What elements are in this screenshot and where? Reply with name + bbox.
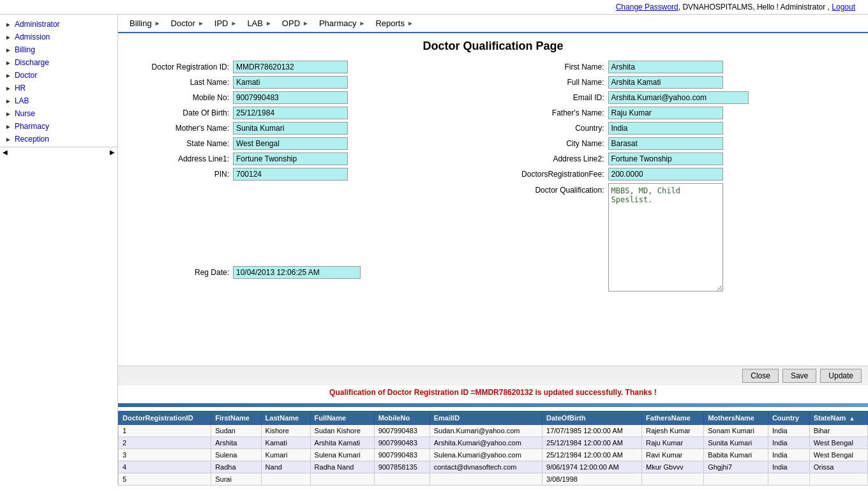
doctors-table: DoctorRegistrationID FirstName LastName …	[118, 411, 868, 486]
mobile-no-row: Mobile No:	[131, 91, 481, 104]
email-row: Email ID:	[506, 91, 856, 104]
address2-input[interactable]	[608, 152, 723, 165]
divider-bar	[118, 403, 868, 407]
dob-row: Date Of Birth:	[131, 107, 481, 119]
action-bar: Close Save Update	[118, 366, 868, 385]
col-header-fullname[interactable]: FullName	[310, 412, 374, 425]
reg-fee-row: DoctorsRegistrationFee:	[506, 168, 856, 181]
nav-reports[interactable]: Reports ►	[370, 17, 418, 29]
fathers-name-input[interactable]	[608, 107, 723, 119]
sidebar-arrow-billing: ►	[5, 47, 11, 54]
reg-fee-label: DoctorsRegistrationFee:	[506, 170, 608, 179]
col-header-state[interactable]: StateNam ▲	[809, 412, 867, 425]
pin-input[interactable]	[233, 168, 348, 181]
qualification-textarea[interactable]: MBBS, MD, Child Speslist.	[608, 183, 723, 292]
sort-state-arrow: ▲	[849, 415, 855, 422]
doctor-reg-id-input[interactable]	[233, 61, 348, 73]
col-header-mothers[interactable]: MothersName	[704, 412, 768, 425]
dob-label: Date Of Birth:	[131, 108, 233, 117]
full-name-input[interactable]	[608, 76, 723, 89]
state-name-label: State Name:	[131, 139, 233, 148]
sidebar-item-hr[interactable]: ► HR	[0, 82, 117, 94]
address2-label: Address Line2:	[506, 154, 608, 163]
top-bar: Change Password, DVNAHOSPITALMS, Hello !…	[0, 0, 868, 15]
sidebar-item-discharge[interactable]: ► Discharge	[0, 56, 117, 69]
address2-row: Address Line2:	[506, 152, 856, 165]
nav-pharmacy-arrow: ►	[359, 20, 365, 27]
table-row[interactable]: 2ArshitaKamatiArshita Kamati9007990483Ar…	[119, 437, 868, 449]
email-input[interactable]	[608, 91, 749, 104]
reg-fee-input[interactable]	[608, 168, 723, 181]
mobile-no-input[interactable]	[233, 91, 348, 104]
col-header-dob[interactable]: DateOfBirth	[542, 412, 642, 425]
city-name-row: City Name:	[506, 137, 856, 150]
sidebar-scroll-left[interactable]: ◀	[3, 149, 8, 156]
update-button[interactable]: Update	[820, 369, 862, 383]
first-name-row: First Name:	[506, 61, 856, 73]
nav-opd-arrow: ►	[303, 20, 309, 27]
nav-pharmacy[interactable]: Pharmacy ►	[314, 17, 370, 29]
doctor-reg-id-row: Doctor Registration ID:	[131, 61, 481, 73]
col-header-fathers[interactable]: FathersName	[642, 412, 704, 425]
col-header-country[interactable]: Country	[768, 412, 809, 425]
country-label: Country:	[506, 124, 608, 133]
col-header-email[interactable]: EmailID	[430, 412, 542, 425]
table-header: DoctorRegistrationID FirstName LastName …	[119, 412, 868, 425]
sidebar-item-reception[interactable]: ► Reception	[0, 133, 117, 145]
table-body: 1SudanKishoreSudan Kishore9007990483Suda…	[119, 425, 868, 486]
logout-link[interactable]: Logout	[832, 3, 855, 11]
country-input[interactable]	[608, 122, 723, 135]
sidebar-item-lab[interactable]: ► LAB	[0, 94, 117, 107]
mothers-name-label: Mother's Name:	[131, 124, 233, 133]
mobile-no-label: Mobile No:	[131, 93, 233, 102]
sidebar-item-nurse[interactable]: ► Nurse	[0, 107, 117, 120]
table-row[interactable]: 1SudanKishoreSudan Kishore9007990483Suda…	[119, 425, 868, 437]
table-row[interactable]: 4RadhaNandRadha Nand9007858135contact@dv…	[119, 461, 868, 473]
last-name-input[interactable]	[233, 76, 348, 89]
table-row[interactable]: 3SulenaKumariSulena Kumari9007990483Sule…	[119, 449, 868, 461]
nav-doctor[interactable]: Doctor ►	[166, 17, 209, 29]
change-password-link[interactable]: Change Password	[616, 3, 678, 11]
sidebar-arrow-lab: ►	[5, 98, 11, 105]
close-button[interactable]: Close	[742, 369, 779, 383]
col-header-mobile[interactable]: MobileNo	[374, 412, 430, 425]
address1-row: Address Line1:	[131, 152, 481, 165]
mothers-name-input[interactable]	[233, 122, 348, 135]
col-header-id[interactable]: DoctorRegistrationID	[119, 412, 211, 425]
last-name-row: Last Name:	[131, 76, 481, 89]
nav-opd[interactable]: OPD ►	[277, 17, 314, 29]
country-row: Country:	[506, 122, 856, 135]
sidebar-item-pharmacy[interactable]: ► Pharmacy	[0, 120, 117, 133]
sidebar-item-administrator[interactable]: ► Administrator	[0, 18, 117, 31]
save-button[interactable]: Save	[782, 369, 816, 383]
nav-ipd[interactable]: IPD ►	[209, 17, 243, 29]
col-header-lastname[interactable]: LastName	[261, 412, 310, 425]
sidebar-arrow-discharge: ►	[5, 59, 11, 66]
col-header-firstname[interactable]: FirstName	[211, 412, 261, 425]
reg-date-label: Reg Date:	[131, 268, 233, 277]
nav-bar: Billing ► Doctor ► IPD ► LAB ► OPD ► Pha…	[118, 15, 868, 33]
state-name-input[interactable]	[233, 137, 348, 150]
data-table-wrapper: DoctorRegistrationID FirstName LastName …	[118, 411, 868, 486]
reg-date-input[interactable]	[233, 266, 361, 279]
sidebar-scroll-controls: ◀ ▶	[0, 147, 117, 157]
full-name-row: Full Name:	[506, 76, 856, 89]
nav-lab[interactable]: LAB ►	[242, 17, 276, 29]
page-content: Doctor Qualification Page Doctor Registr…	[118, 33, 868, 366]
success-message: Qualification of Doctor Registration ID …	[118, 385, 868, 399]
sidebar-scroll-right[interactable]: ▶	[110, 149, 115, 156]
last-name-label: Last Name:	[131, 78, 233, 87]
table-row[interactable]: 5Surai3/08/1998	[119, 473, 868, 486]
city-name-input[interactable]	[608, 137, 723, 150]
sidebar-arrow-reception: ►	[5, 136, 11, 143]
first-name-input[interactable]	[608, 61, 723, 73]
sidebar-item-admission[interactable]: ► Admission	[0, 31, 117, 43]
sidebar-item-doctor[interactable]: ► Doctor	[0, 69, 117, 82]
sidebar-item-billing[interactable]: ► Billing	[0, 43, 117, 56]
nav-billing[interactable]: Billing ►	[124, 17, 166, 29]
dob-input[interactable]	[233, 107, 348, 119]
address1-input[interactable]	[233, 152, 348, 165]
mothers-name-row: Mother's Name:	[131, 122, 481, 135]
nav-billing-arrow: ►	[154, 20, 161, 27]
nav-ipd-arrow: ►	[230, 20, 237, 27]
